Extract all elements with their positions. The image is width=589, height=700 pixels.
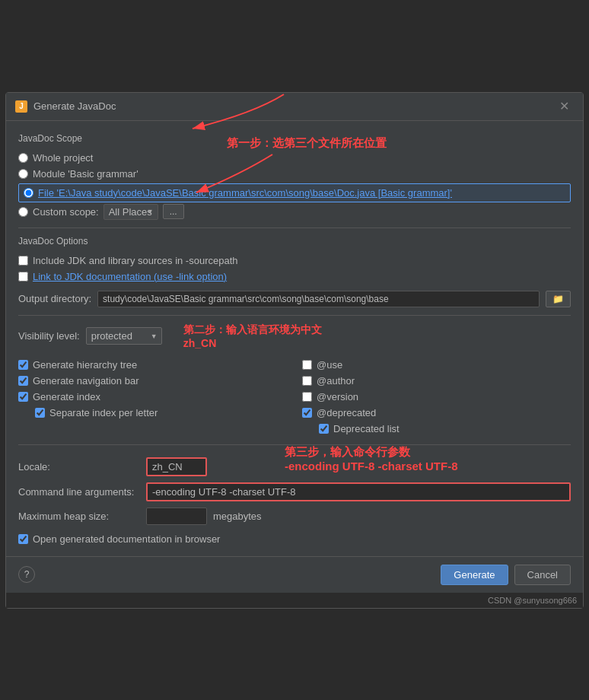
scope-whole-label: Whole project bbox=[33, 152, 93, 164]
dialog-content: 第一步：选第三个文件所在位置 JavaDoc Scope Whole proje… bbox=[6, 121, 583, 556]
cancel-button[interactable]: Cancel bbox=[514, 565, 571, 585]
index-row: Generate index bbox=[18, 389, 287, 405]
hierarchy-label: Generate hierarchy tree bbox=[33, 359, 137, 371]
author-row: @author bbox=[302, 373, 571, 389]
open-browser-row: Open generated documentation in browser bbox=[18, 531, 571, 547]
command-args-row: Command line arguments: bbox=[18, 482, 571, 501]
visibility-label: Visibility level: bbox=[18, 330, 80, 342]
divider-1 bbox=[18, 228, 571, 228]
scope-custom-label: Custom scope: bbox=[33, 206, 99, 218]
close-button[interactable]: ✕ bbox=[555, 99, 574, 114]
scope-module-label: Module 'Basic grammar' bbox=[33, 168, 138, 180]
heap-input[interactable] bbox=[146, 508, 207, 525]
arrow-step3 bbox=[132, 87, 299, 132]
scope-file[interactable]: File 'E:\Java study\code\JavaSE\Basic gr… bbox=[18, 183, 571, 202]
visibility-row: Visibility level: protected public packa… bbox=[18, 323, 571, 349]
divider-3 bbox=[18, 444, 571, 445]
app-icon: J bbox=[15, 100, 27, 113]
separate-index-row: Separate index per letter bbox=[18, 405, 287, 421]
link-jdk-row: Link to JDK documentation (use -link opt… bbox=[18, 269, 571, 285]
scope-radio-group: Whole project Module 'Basic grammar' Fil… bbox=[18, 150, 571, 220]
scope-browse-button[interactable]: ... bbox=[163, 204, 184, 219]
output-dir-label: Output directory: bbox=[18, 293, 91, 304]
heap-label: Maximum heap size: bbox=[18, 511, 140, 522]
dialog-footer: ? Generate Cancel bbox=[6, 556, 583, 593]
annotation-step2: 第二步：输入语言环境为中文 zh_CN bbox=[183, 323, 322, 349]
author-label: @author bbox=[317, 375, 355, 387]
open-browser-label: Open generated documentation in browser bbox=[33, 533, 220, 545]
watermark: CSDN @sunyusong666 bbox=[6, 593, 583, 608]
heap-row: Maximum heap size: megabytes bbox=[18, 508, 571, 525]
hierarchy-row: Generate hierarchy tree bbox=[18, 357, 287, 373]
link-jdk-label: Link to JDK documentation (use -link opt… bbox=[33, 271, 227, 282]
scope-custom-row: Custom scope: All Places ... bbox=[18, 204, 571, 220]
megabytes-label: megabytes bbox=[213, 511, 262, 522]
locale-input[interactable] bbox=[146, 457, 207, 476]
options-section-label: JavaDoc Options bbox=[18, 236, 571, 247]
annotation-step2-container: 第二步：输入语言环境为中文 zh_CN bbox=[183, 323, 322, 349]
footer-buttons: Generate Cancel bbox=[441, 565, 571, 585]
navbar-label: Generate navigation bar bbox=[33, 375, 138, 387]
version-label: @version bbox=[317, 391, 358, 402]
deprecated-row: @deprecated bbox=[302, 405, 571, 421]
use-row: @use bbox=[302, 357, 571, 373]
index-label: Generate index bbox=[33, 391, 100, 402]
deprecated-label: @deprecated bbox=[317, 407, 376, 418]
visibility-select-wrapper[interactable]: protected public package private bbox=[86, 327, 162, 345]
include-jdk-row: Include JDK and library sources in -sour… bbox=[18, 253, 571, 269]
two-columns: Generate hierarchy tree Generate navigat… bbox=[18, 357, 571, 437]
generate-button[interactable]: Generate bbox=[441, 565, 508, 585]
scope-whole-project[interactable]: Whole project bbox=[18, 150, 571, 166]
dialog-title: Generate JavaDoc bbox=[33, 100, 116, 112]
generate-javadoc-dialog: J Generate JavaDoc ✕ 第一步：选第三个文件所在位置 Java… bbox=[5, 92, 584, 609]
output-dir-row: Output directory: 📁 bbox=[18, 291, 571, 307]
output-dir-browse-button[interactable]: 📁 bbox=[546, 291, 571, 307]
left-column: Generate hierarchy tree Generate navigat… bbox=[18, 357, 287, 437]
command-args-label: Command line arguments: bbox=[18, 486, 140, 498]
scope-select-wrapper[interactable]: All Places bbox=[103, 204, 158, 220]
visibility-select[interactable]: protected public package private bbox=[86, 327, 162, 345]
version-row: @version bbox=[302, 389, 571, 405]
use-label: @use bbox=[317, 359, 342, 371]
scope-section-label: JavaDoc Scope bbox=[18, 133, 571, 144]
options-section: Include JDK and library sources in -sour… bbox=[18, 253, 571, 307]
divider-2 bbox=[18, 315, 571, 316]
output-dir-input[interactable] bbox=[97, 291, 540, 307]
locale-row: Locale: bbox=[18, 457, 571, 476]
deprecated-list-row: Deprecated list bbox=[302, 421, 571, 437]
help-button[interactable]: ? bbox=[18, 566, 35, 583]
scope-select[interactable]: All Places bbox=[103, 204, 158, 220]
navbar-row: Generate navigation bar bbox=[18, 373, 287, 389]
scope-file-label: File 'E:\Java study\code\JavaSE\Basic gr… bbox=[38, 187, 452, 199]
deprecated-list-label: Deprecated list bbox=[333, 423, 400, 434]
include-jdk-label: Include JDK and library sources in -sour… bbox=[33, 255, 238, 266]
separate-index-label: Separate index per letter bbox=[49, 407, 158, 418]
right-column: @use @author @version @deprecated Deprec… bbox=[302, 357, 571, 437]
scope-module[interactable]: Module 'Basic grammar' bbox=[18, 166, 571, 182]
command-args-input[interactable] bbox=[146, 482, 571, 501]
locale-label: Locale: bbox=[18, 461, 140, 473]
